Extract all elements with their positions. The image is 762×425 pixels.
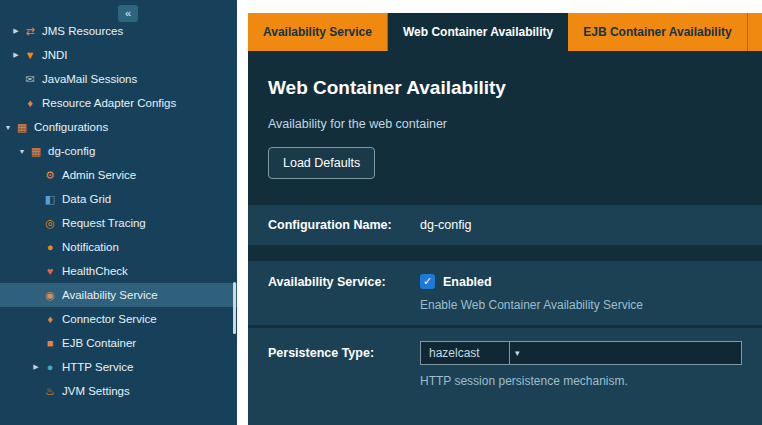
sidebar-item-data-grid[interactable]: ◧ Data Grid (0, 187, 237, 211)
page-title: Web Container Availability (268, 77, 762, 99)
connector-service-icon: ♦ (42, 313, 58, 325)
sidebar-item-jndi[interactable]: ▶ ▼ JNDI (0, 43, 237, 67)
main-region: Availability Service Web Container Avail… (237, 0, 762, 425)
tab-availability-service[interactable]: Availability Service (248, 13, 388, 51)
sidebar-item-dg-config[interactable]: ▼ ▦ dg-config (0, 139, 237, 163)
sidebar-item-label: EJB Container (62, 337, 136, 349)
sidebar: ▶ ⇄ JMS Resources ▶ ▼ JNDI ✉ JavaMail Se… (0, 0, 237, 425)
enabled-label: Enabled (443, 275, 492, 289)
sidebar-item-resource-adapter-configs[interactable]: ♦ Resource Adapter Configs (0, 91, 237, 115)
sidebar-item-label: Connector Service (62, 313, 157, 325)
collapse-arrow-icon[interactable]: ▼ (2, 124, 14, 131)
sidebar-item-javamail-sessions[interactable]: ✉ JavaMail Sessions (0, 67, 237, 91)
persistence-type-label: Persistence Type: (268, 346, 420, 360)
sidebar-item-healthcheck[interactable]: ♥ HealthCheck (0, 259, 237, 283)
collapse-arrow-icon[interactable]: ▼ (16, 148, 28, 155)
sidebar-item-label: Admin Service (62, 169, 136, 181)
sidebar-item-label: JavaMail Sessions (42, 73, 137, 85)
data-grid-icon: ◧ (42, 193, 58, 206)
expand-arrow-icon[interactable]: ▶ (10, 27, 22, 35)
jvm-settings-icon: ♨ (42, 385, 58, 398)
sidebar-item-label: JNDI (42, 49, 68, 61)
javamail-envelope-icon: ✉ (22, 73, 38, 86)
sidebar-item-label: Availability Service (62, 289, 158, 301)
tab-web-container-availability[interactable]: Web Container Availability (388, 13, 568, 51)
availability-service-label: Availability Service: (268, 275, 420, 289)
sidebar-item-ejb-container[interactable]: ■ EJB Container (0, 331, 237, 355)
sidebar-item-label: Configurations (34, 121, 108, 133)
healthcheck-heart-icon: ♥ (42, 265, 58, 277)
collapse-sidebar-button[interactable]: « (118, 5, 138, 22)
sidebar-item-http-service[interactable]: ▶ ● HTTP Service (0, 355, 237, 379)
sidebar-item-admin-service[interactable]: ⚙ Admin Service (0, 163, 237, 187)
sidebar-item-notification[interactable]: ● Notification (0, 235, 237, 259)
sidebar-item-label: Request Tracing (62, 217, 146, 229)
config-icon: ▦ (28, 145, 44, 158)
sidebar-tree: ▶ ⇄ JMS Resources ▶ ▼ JNDI ✉ JavaMail Se… (0, 0, 237, 403)
persistence-type-row: Persistence Type: hazelcast ▾ HTTP sessi… (248, 328, 762, 425)
jndi-filter-icon: ▼ (22, 49, 38, 61)
enabled-help-text: Enable Web Container Availability Servic… (420, 298, 742, 312)
sidebar-item-label: JMS Resources (42, 25, 123, 37)
configuration-name-row: Configuration Name: dg-config (248, 205, 762, 245)
tab-ejb-container-availability[interactable]: EJB Container Availability (568, 13, 747, 51)
persistence-type-selected-value: hazelcast (421, 342, 509, 364)
sidebar-item-label: HTTP Service (62, 361, 133, 373)
resource-adapter-icon: ♦ (22, 97, 38, 109)
configurations-icon: ▦ (14, 121, 30, 134)
expand-arrow-icon[interactable]: ▶ (30, 363, 42, 371)
load-defaults-button[interactable]: Load Defaults (268, 147, 375, 179)
availability-service-icon: ◉ (42, 289, 58, 302)
sidebar-item-label: JVM Settings (62, 385, 130, 397)
availability-service-row: Availability Service: ✓ Enabled Enable W… (248, 261, 762, 325)
sidebar-item-label: Data Grid (62, 193, 111, 205)
admin-service-icon: ⚙ (42, 169, 58, 182)
sidebar-item-jms-resources[interactable]: ▶ ⇄ JMS Resources (0, 19, 237, 43)
notification-bell-icon: ● (42, 241, 58, 253)
configuration-name-value: dg-config (420, 218, 742, 232)
http-service-icon: ● (42, 361, 58, 373)
sidebar-item-label: dg-config (48, 145, 95, 157)
content-panel: Web Container Availability Availability … (248, 51, 762, 425)
persistence-type-select[interactable]: hazelcast ▾ (420, 341, 742, 365)
sidebar-item-request-tracing[interactable]: ◎ Request Tracing (0, 211, 237, 235)
page-subtitle: Availability for the web container (268, 117, 762, 131)
sidebar-item-label: HealthCheck (62, 265, 128, 277)
dropdown-caret-icon[interactable]: ▾ (509, 342, 525, 364)
sidebar-item-label: Resource Adapter Configs (42, 97, 176, 109)
jms-resources-icon: ⇄ (22, 25, 38, 38)
sidebar-item-configurations[interactable]: ▼ ▦ Configurations (0, 115, 237, 139)
sidebar-item-jvm-settings[interactable]: ♨ JVM Settings (0, 379, 237, 403)
sidebar-item-availability-service[interactable]: ◉ Availability Service (0, 283, 237, 307)
ejb-container-icon: ■ (42, 337, 58, 349)
request-tracing-magnifier-icon: ◎ (42, 217, 58, 230)
tab-bar: Availability Service Web Container Avail… (248, 13, 762, 51)
persistence-help-text: HTTP session persistence mechanism. (420, 374, 742, 388)
configuration-name-label: Configuration Name: (268, 218, 420, 232)
sidebar-item-connector-service[interactable]: ♦ Connector Service (0, 307, 237, 331)
sidebar-scrollbar-thumb[interactable] (233, 282, 236, 334)
enabled-checkbox[interactable]: ✓ (420, 274, 435, 289)
sidebar-item-label: Notification (62, 241, 119, 253)
expand-arrow-icon[interactable]: ▶ (10, 51, 22, 59)
